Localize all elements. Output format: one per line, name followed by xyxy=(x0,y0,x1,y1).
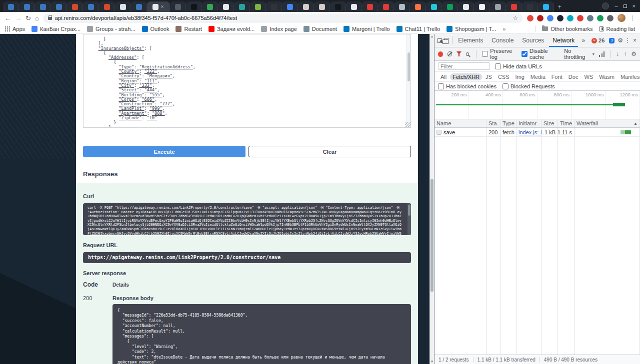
browser-tab[interactable] xyxy=(250,1,266,12)
devtools-kebab-menu-icon[interactable]: ⋮ xyxy=(624,34,630,47)
import-har-icon[interactable]: ↓ xyxy=(616,50,619,57)
request-body-editor[interactable]: } ], "InsuranceObjects": [ { "Addresses"… xyxy=(83,34,411,128)
address-bar[interactable]: api.renins.com/devportal/apis/eb38f345-f… xyxy=(43,13,523,23)
browser-tab[interactable] xyxy=(266,1,282,12)
bookmark-star-icon[interactable]: ☆ xyxy=(512,14,518,21)
network-overview-timeline[interactable]: 200 ms 400 ms 600 ms 800 ms 1000 ms 1200… xyxy=(434,91,640,119)
browser-tab[interactable]: × xyxy=(147,1,170,12)
browser-tab[interactable] xyxy=(234,1,250,12)
curl-scrollbar[interactable] xyxy=(408,203,411,235)
browser-tab[interactable] xyxy=(506,1,522,12)
type-filter-media[interactable]: Media xyxy=(528,73,548,80)
preserve-log-checkbox[interactable]: Preserve log xyxy=(482,48,517,60)
type-filter-manifest[interactable]: Manifest xyxy=(618,73,640,80)
scrollbar-down-icon[interactable]: ▾ xyxy=(430,360,434,364)
browser-tab[interactable] xyxy=(410,1,426,12)
browser-tab[interactable] xyxy=(19,1,35,12)
type-filter-ws[interactable]: WS xyxy=(582,73,596,80)
disable-cache-input[interactable] xyxy=(522,51,528,57)
editor-resize-handle[interactable] xyxy=(405,122,410,127)
bookmark-item[interactable]: Document xyxy=(304,26,337,32)
browser-tab[interactable] xyxy=(426,1,442,12)
column-name[interactable]: Name xyxy=(434,119,486,127)
disable-cache-checkbox[interactable]: Disable cache xyxy=(522,48,560,60)
extension-icon[interactable] xyxy=(607,15,614,21)
bookmark-item[interactable]: Margoni | Trello xyxy=(344,26,390,32)
type-filter-doc[interactable]: Doc xyxy=(566,73,581,80)
issues-badge[interactable]: 3 xyxy=(608,38,616,43)
type-filter-font[interactable]: Font xyxy=(549,73,565,80)
browser-tab[interactable] xyxy=(202,1,218,12)
extension-icon[interactable] xyxy=(587,15,594,21)
export-har-icon[interactable]: ↑ xyxy=(624,50,626,57)
hide-data-urls-checkbox[interactable]: Hide data URLs xyxy=(495,63,542,69)
hide-data-urls-input[interactable] xyxy=(495,63,501,69)
network-request-row[interactable]: save 200 fetch index.js:... 1.1 kB 1.11 … xyxy=(434,128,640,137)
clear-network-log-icon[interactable] xyxy=(448,51,452,56)
extension-icon[interactable] xyxy=(557,15,564,21)
browser-tab[interactable] xyxy=(51,1,67,12)
browser-tab[interactable] xyxy=(330,1,346,12)
browser-tab[interactable] xyxy=(442,1,458,12)
extension-icon[interactable] xyxy=(537,15,544,21)
devtools-settings-icon[interactable]: ⚙ xyxy=(618,34,623,47)
browser-tab[interactable] xyxy=(362,1,378,12)
browser-tab[interactable] xyxy=(378,1,394,12)
type-filter-wasm[interactable]: Wasm xyxy=(596,73,617,80)
devtools-more-tabs[interactable]: » xyxy=(580,34,587,47)
reading-list[interactable]: Reading list xyxy=(599,26,635,32)
bookmark-item[interactable]: Groups - strah... xyxy=(87,26,135,32)
browser-tab[interactable] xyxy=(282,1,298,12)
inspect-element-icon[interactable] xyxy=(437,34,442,47)
reload-button[interactable]: ↻ xyxy=(26,15,31,21)
type-filter-img[interactable]: Img xyxy=(513,73,527,80)
devtools-tab-console[interactable]: Console xyxy=(488,34,517,47)
devtools-tab-network[interactable]: Network xyxy=(549,34,578,47)
editor-scrollbar-thumb[interactable] xyxy=(408,52,410,81)
window-maximize-button[interactable] xyxy=(624,4,627,8)
profile-avatar[interactable] xyxy=(618,14,626,22)
tab-close-icon[interactable]: × xyxy=(160,4,164,9)
page-scrollbar[interactable]: ▴ ▾ xyxy=(430,34,434,364)
browser-tab[interactable] xyxy=(490,1,506,12)
column-type[interactable]: Type xyxy=(500,119,516,127)
apps-shortcut[interactable]: Apps xyxy=(5,26,25,32)
browser-tab[interactable] xyxy=(458,1,474,12)
blocked-requests-checkbox[interactable]: Blocked Requests xyxy=(502,83,555,89)
type-filter-fetchxhr[interactable]: Fetch/XHR xyxy=(450,73,482,80)
column-status[interactable]: Sta... xyxy=(486,119,500,127)
bookmarks-overflow-chevron[interactable]: » xyxy=(502,26,506,32)
browser-tab[interactable] xyxy=(314,1,330,12)
browser-tab[interactable] xyxy=(474,1,490,12)
type-filter-css[interactable]: CSS xyxy=(496,73,512,80)
extension-icon[interactable] xyxy=(567,15,574,21)
bookmark-item[interactable]: Outlook xyxy=(142,26,170,32)
browser-tab[interactable] xyxy=(67,1,83,12)
execute-button[interactable]: Execute xyxy=(83,146,246,157)
throttling-select[interactable]: No throttling ▾ xyxy=(564,48,594,60)
type-filter-all[interactable]: All xyxy=(438,73,449,80)
column-waterfall[interactable]: Waterfall ▲ xyxy=(574,119,640,127)
bookmark-item[interactable]: Задачи evold... xyxy=(208,26,254,32)
bookmark-item[interactable]: Index page xyxy=(261,26,296,32)
browser-tab[interactable] xyxy=(3,1,19,12)
browser-tab[interactable] xyxy=(522,1,538,12)
browser-tab[interactable] xyxy=(218,1,234,12)
browser-tab[interactable] xyxy=(99,1,115,12)
page-scrollbar-thumb[interactable] xyxy=(430,179,434,292)
filter-icon[interactable] xyxy=(456,51,462,56)
devtools-close-icon[interactable]: × xyxy=(632,34,638,47)
curl-block[interactable]: curl -X POST "https://apigateway.renins.… xyxy=(83,203,411,235)
home-button[interactable]: ⌂ xyxy=(35,15,39,21)
blocked-requests-input[interactable] xyxy=(502,83,508,89)
network-filter-input[interactable] xyxy=(438,62,490,70)
bookmark-item[interactable]: Restart xyxy=(176,26,202,32)
new-tab-button[interactable]: + xyxy=(554,1,565,12)
browser-tab[interactable] xyxy=(115,1,131,12)
extension-icon[interactable] xyxy=(577,15,584,21)
column-initiator[interactable]: Initiator xyxy=(516,119,542,127)
preserve-log-input[interactable] xyxy=(482,51,488,57)
network-conditions-icon[interactable] xyxy=(599,51,605,57)
extension-icon[interactable] xyxy=(597,15,604,21)
devtools-tab-elements[interactable]: Elements xyxy=(454,34,486,47)
